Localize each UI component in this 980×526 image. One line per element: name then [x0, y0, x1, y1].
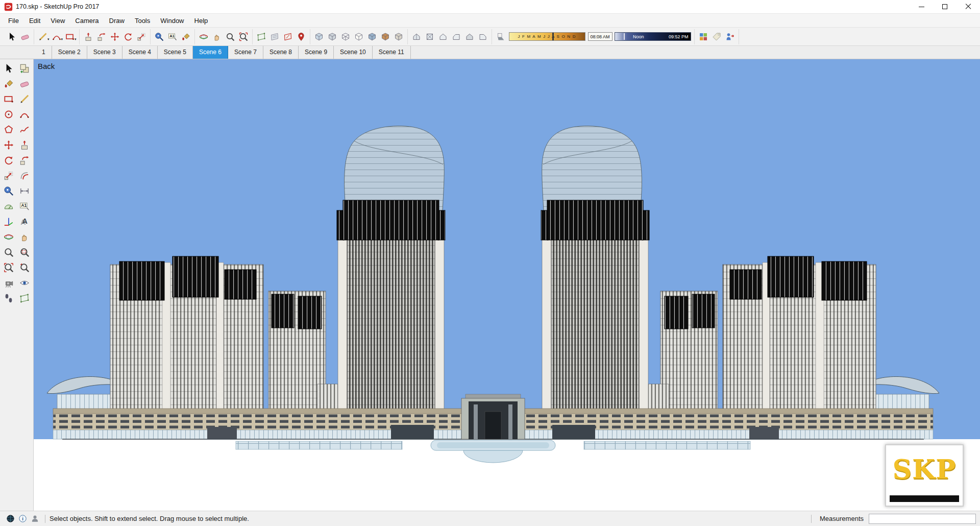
protractor-icon[interactable] [1, 199, 17, 214]
select-icon[interactable] [5, 30, 18, 43]
pan-icon[interactable] [210, 30, 224, 43]
view-top-icon[interactable] [423, 30, 436, 43]
section-display-icon[interactable] [268, 30, 281, 43]
follow-me-icon[interactable] [95, 30, 108, 43]
menu-window[interactable]: Window [155, 14, 189, 28]
text-icon[interactable]: A1 [166, 30, 179, 43]
paint-bucket-icon[interactable] [1, 76, 17, 91]
position-camera-icon[interactable] [1, 275, 17, 291]
rectangle-dropdown-caret[interactable]: ▾ [75, 37, 77, 41]
text-icon[interactable]: A1 [17, 199, 33, 214]
scene-tab-1[interactable]: 1 [36, 46, 52, 59]
view-left-icon[interactable] [476, 30, 489, 43]
freehand-icon[interactable] [17, 122, 33, 137]
scene-tab-scene-2[interactable]: Scene 2 [52, 46, 87, 59]
view-back-icon[interactable] [463, 30, 476, 43]
scene-tab-scene-6[interactable]: Scene 6 [193, 46, 228, 59]
paint-bucket-icon[interactable] [179, 30, 192, 43]
menu-help[interactable]: Help [189, 14, 213, 28]
push-pull-icon[interactable] [82, 30, 95, 43]
zoom-extents-icon[interactable] [1, 260, 17, 275]
tape-measure-icon[interactable] [1, 183, 17, 199]
make-component-icon[interactable] [17, 61, 33, 76]
model-viewport[interactable]: Back SKP [34, 59, 980, 511]
rectangle-icon[interactable] [1, 91, 17, 107]
arc-icon[interactable] [17, 107, 33, 122]
scene-tab-scene-5[interactable]: Scene 5 [158, 46, 193, 59]
sign-in-icon[interactable] [29, 513, 41, 525]
axes-icon[interactable] [1, 214, 17, 229]
select-icon[interactable] [1, 61, 17, 76]
scene-tab-scene-9[interactable]: Scene 9 [299, 46, 334, 59]
polygon-icon[interactable] [1, 122, 17, 137]
zoom-icon[interactable] [224, 30, 237, 43]
view-right-icon[interactable] [450, 30, 463, 43]
view-iso-icon[interactable] [410, 30, 423, 43]
style-xray-icon[interactable] [312, 30, 326, 43]
rectangle-icon[interactable] [63, 30, 77, 43]
zoom-extents-icon[interactable] [237, 30, 250, 43]
scene-tab-scene-3[interactable]: Scene 3 [87, 46, 122, 59]
3d-text-icon[interactable]: AA [17, 214, 33, 229]
style-textured-icon[interactable] [379, 30, 392, 43]
menu-draw[interactable]: Draw [104, 14, 130, 28]
import-model-icon[interactable] [723, 30, 737, 43]
scene-tab-scene-7[interactable]: Scene 7 [228, 46, 263, 59]
zoom-icon[interactable] [1, 245, 17, 260]
circle-icon[interactable] [1, 107, 17, 122]
section-cut-icon[interactable] [281, 30, 295, 43]
dimension-icon[interactable] [17, 183, 33, 199]
style-hiddenline-icon[interactable] [352, 30, 365, 43]
tape-measure-icon[interactable] [153, 30, 166, 43]
offset-icon[interactable] [17, 168, 33, 183]
look-around-icon[interactable] [17, 275, 33, 291]
shadow-month-slider[interactable]: J F M A M J J A S O N D [509, 32, 585, 41]
location-pin-icon[interactable] [295, 30, 308, 43]
walk-icon[interactable] [1, 291, 17, 306]
shadow-settings-icon[interactable] [494, 30, 507, 43]
minimize-button[interactable] [910, 0, 933, 13]
geolocation-icon[interactable] [4, 513, 16, 525]
menu-tools[interactable]: Tools [130, 14, 155, 28]
move-icon[interactable] [108, 30, 121, 43]
menu-edit[interactable]: Edit [24, 14, 45, 28]
menu-view[interactable]: View [45, 14, 70, 28]
pan-icon[interactable] [17, 229, 33, 245]
scene-tab-scene-11[interactable]: Scene 11 [373, 46, 411, 59]
arc-dropdown-caret[interactable]: ▾ [61, 37, 63, 41]
maximize-button[interactable] [933, 0, 957, 13]
shadow-time-slider[interactable]: Noon09:52 PM [615, 32, 691, 41]
scene-tab-scene-8[interactable]: Scene 8 [263, 46, 299, 59]
rotate-icon[interactable] [121, 30, 135, 43]
arc-icon[interactable] [50, 30, 63, 43]
orbit-icon[interactable] [1, 229, 17, 245]
close-button[interactable] [957, 0, 980, 13]
section-plane-icon[interactable] [17, 291, 33, 306]
style-shaded-icon[interactable] [365, 30, 379, 43]
line-dropdown-caret[interactable]: ▾ [47, 37, 50, 41]
warehouse-icon[interactable] [697, 30, 710, 43]
orbit-icon[interactable] [197, 30, 210, 43]
section-plane-icon[interactable] [255, 30, 268, 43]
zoom-previous-icon[interactable] [17, 260, 33, 275]
eraser-icon[interactable] [17, 76, 33, 91]
style-backedges-icon[interactable] [326, 30, 339, 43]
eraser-icon[interactable] [18, 30, 32, 43]
view-front-icon[interactable] [436, 30, 450, 43]
measurements-input[interactable] [869, 514, 976, 524]
credits-icon[interactable]: i [16, 513, 29, 525]
line-icon[interactable] [36, 30, 50, 43]
zoom-window-icon[interactable] [17, 245, 33, 260]
style-monochrome-icon[interactable] [392, 30, 405, 43]
menu-file[interactable]: File [3, 14, 24, 28]
menu-camera[interactable]: Camera [70, 14, 104, 28]
move-icon[interactable] [1, 137, 17, 153]
scene-tab-scene-10[interactable]: Scene 10 [334, 46, 373, 59]
line-icon[interactable] [17, 91, 33, 107]
scale-icon[interactable] [1, 168, 17, 183]
scale-icon[interactable] [135, 30, 148, 43]
follow-me-icon[interactable] [17, 153, 33, 168]
style-wireframe-icon[interactable] [339, 30, 352, 43]
scene-tab-scene-4[interactable]: Scene 4 [122, 46, 158, 59]
push-pull-icon[interactable] [17, 137, 33, 153]
